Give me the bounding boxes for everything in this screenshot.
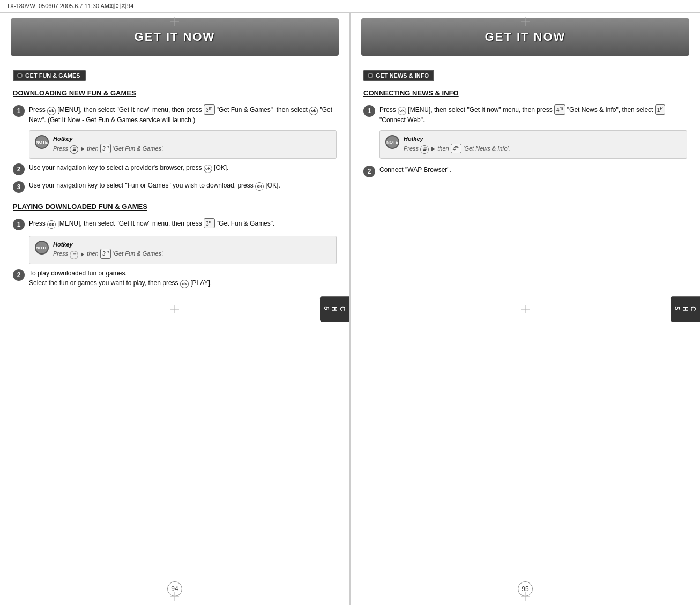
left-page: GET IT NOW GET FUN & GAMES DOWNLOADING N… xyxy=(0,13,351,605)
hotkey-text-1: Press ☰ then 3m 'Get Fun & Games'. xyxy=(53,144,164,154)
right-hotkey-title: Hotkey xyxy=(404,135,510,143)
left-badge-text: GET FUN & GAMES xyxy=(25,72,80,79)
right-key1p: 1P xyxy=(655,104,665,115)
right-arrow xyxy=(431,147,435,151)
top-crosshair xyxy=(170,17,179,26)
play-step1-text: Press ok [MENU], then select "Get It now… xyxy=(29,218,274,229)
ok-icon5: ok xyxy=(47,220,56,229)
note-icon-2: NOTE xyxy=(35,241,49,255)
hotkey-text-2: Press ☰ then 3m 'Get Fun & Games'. xyxy=(53,249,164,259)
key3m: 3m xyxy=(204,104,215,115)
right-top-crosshair xyxy=(521,17,530,26)
right-key4m: 4m xyxy=(554,104,565,115)
note-content-2: Hotkey Press ☰ then 3m 'Get Fun & Games'… xyxy=(53,241,164,259)
top-bar-text: TX-180VW_050607 2005.6.7 11:30 AM페이지94 xyxy=(6,3,133,9)
left-play-step-2: 2 To play downloaded fun or games. Selec… xyxy=(13,268,337,288)
play-step2-number: 2 xyxy=(13,269,25,281)
ok-icon3: ok xyxy=(204,165,212,173)
hotkey-title-1: Hotkey xyxy=(53,135,164,143)
right-page-title: GET IT NOW xyxy=(372,30,679,44)
badge-dot xyxy=(17,73,23,78)
right-note-icon: NOTE xyxy=(385,135,399,149)
arrow1 xyxy=(81,147,84,151)
step3-text: Use your navigation key to select "Fun o… xyxy=(29,181,280,191)
left-subsection1-title: DOWNLOADING NEW FUN & GAMES xyxy=(13,89,337,97)
right-chapter-tab: C H 5 xyxy=(671,296,700,322)
right-step-2: 2 Connect "WAP Browser". xyxy=(363,165,687,177)
key3m-note: 3m xyxy=(100,144,111,153)
right-key4m-note: 4m xyxy=(451,144,462,153)
right-section-badge: GET NEWS & INFO xyxy=(363,70,434,81)
play-step2-text: To play downloaded fun or games. Select … xyxy=(29,268,212,288)
right-menu-icon: ☰ xyxy=(420,145,429,154)
right-center-crosshair xyxy=(521,305,530,313)
ok-icon6: ok xyxy=(180,280,189,288)
right-note-content: Hotkey Press ☰ then 4m 'Get News & Info'… xyxy=(404,135,510,154)
right-hotkey-text: Press ☰ then 4m 'Get News & Info'. xyxy=(404,144,510,154)
left-play-step-1: 1 Press ok [MENU], then select "Get It n… xyxy=(13,218,337,230)
left-page-title: GET IT NOW xyxy=(21,30,328,44)
arrow2 xyxy=(81,252,84,257)
step1-text: Press ok [MENU], then select "Get It now… xyxy=(29,104,337,125)
left-subsection2-title: PLAYING DOWNLOADED FUN & GAMES xyxy=(13,203,337,211)
left-note-box-1: NOTE Hotkey Press ☰ then 3m 'Get Fun & G… xyxy=(29,130,337,159)
key3m-play: 3m xyxy=(204,218,215,228)
left-step-1: 1 Press ok [MENU], then select "Get It n… xyxy=(13,104,337,125)
note-icon-1: NOTE xyxy=(35,135,49,149)
step2-number: 2 xyxy=(13,163,25,175)
play-step1-number: 1 xyxy=(13,219,25,230)
left-center-crosshair xyxy=(170,305,179,313)
left-chapter-tab: C H 5 xyxy=(320,296,349,322)
right-badge-text: GET NEWS & INFO xyxy=(376,72,429,79)
ok-icon4: ok xyxy=(255,182,264,191)
ok-icon2: ok xyxy=(309,107,318,115)
left-step-2: 2 Use your navigation key to select a pr… xyxy=(13,163,337,175)
step1-number: 1 xyxy=(13,105,25,117)
right-step2-text: Connect "WAP Browser". xyxy=(379,165,451,175)
note-content-1: Hotkey Press ☰ then 3m 'Get Fun & Games'… xyxy=(53,135,164,154)
left-note-box-2: NOTE Hotkey Press ☰ then 3m 'Get Fun & G… xyxy=(29,236,337,264)
menu-icon2: ☰ xyxy=(70,251,78,259)
right-page: GET IT NOW GET NEWS & INFO CONNECTING NE… xyxy=(351,13,700,605)
right-ok-icon1: ok xyxy=(398,107,406,115)
left-subsection2: PLAYING DOWNLOADED FUN & GAMES xyxy=(13,203,337,211)
right-note-box: NOTE Hotkey Press ☰ then 4m 'Get News & … xyxy=(379,130,687,159)
step3-number: 3 xyxy=(13,181,25,193)
left-bottom-crosshair xyxy=(170,592,179,601)
right-step1-number: 1 xyxy=(363,105,375,117)
right-step1-text: Press ok [MENU], then select "Get It now… xyxy=(379,104,687,125)
step2-text: Use your navigation key to select a prov… xyxy=(29,163,228,173)
hotkey-title-2: Hotkey xyxy=(53,241,164,249)
left-section-badge: GET FUN & GAMES xyxy=(13,70,86,81)
right-badge-dot xyxy=(368,73,373,78)
right-step-1: 1 Press ok [MENU], then select "Get It n… xyxy=(363,104,687,125)
ok-icon: ok xyxy=(47,107,56,115)
right-step2-number: 2 xyxy=(363,166,375,177)
right-bottom-crosshair xyxy=(521,592,530,601)
key3m-note2: 3m xyxy=(100,249,111,258)
left-step-3: 3 Use your navigation key to select "Fun… xyxy=(13,181,337,193)
right-subsection1-title: CONNECTING NEWS & INFO xyxy=(363,89,687,97)
top-bar: TX-180VW_050607 2005.6.7 11:30 AM페이지94 xyxy=(0,0,700,13)
menu-icon1: ☰ xyxy=(70,145,78,154)
